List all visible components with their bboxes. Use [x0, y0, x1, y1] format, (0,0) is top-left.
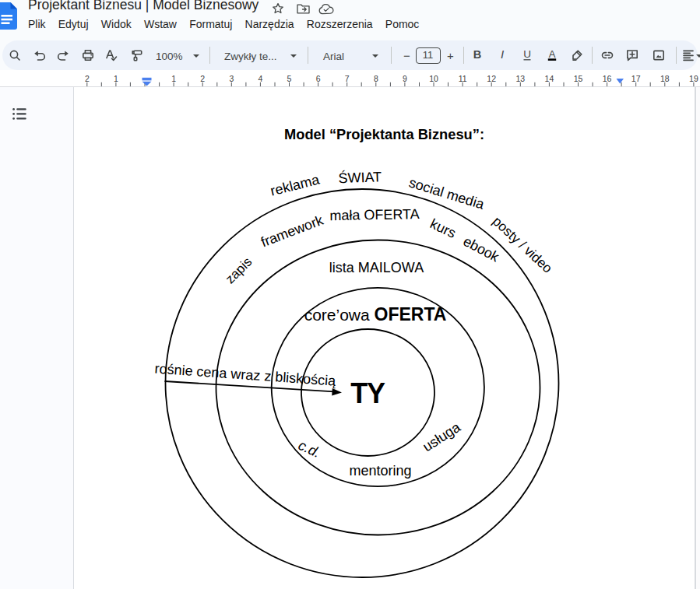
- svg-text:framework: framework: [259, 212, 326, 250]
- svg-text:ebook: ebook: [461, 233, 503, 265]
- svg-text:rośnie cena wraz z bliskością: rośnie cena wraz z bliskością: [154, 361, 337, 389]
- svg-text:Model “Projektanta Biznesu”:: Model “Projektanta Biznesu”:: [284, 126, 484, 142]
- svg-text:zapis: zapis: [223, 254, 255, 286]
- svg-text:mała OFERTA: mała OFERTA: [329, 206, 420, 223]
- svg-text:core’owa OFERTA: core’owa OFERTA: [304, 304, 447, 324]
- svg-text:kurs: kurs: [427, 216, 458, 241]
- svg-text:lista MAILOWA: lista MAILOWA: [329, 260, 424, 275]
- svg-text:c.d.: c.d.: [296, 437, 323, 461]
- svg-text:ŚWIAT: ŚWIAT: [338, 168, 382, 186]
- svg-text:mentoring: mentoring: [349, 463, 411, 479]
- svg-text:TY: TY: [350, 377, 385, 409]
- svg-text:usługa: usługa: [420, 419, 463, 454]
